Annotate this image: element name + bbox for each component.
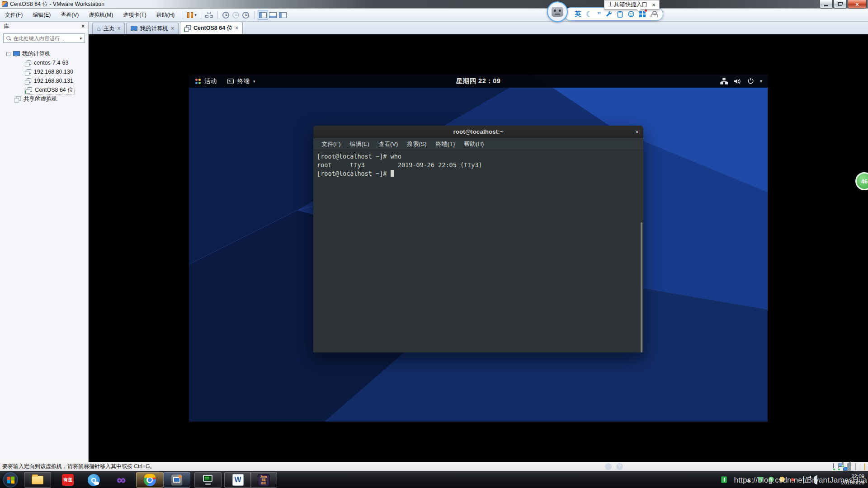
moon-icon[interactable]: ☾ (586, 10, 592, 19)
ime-tooltip: 工具箱快捷入口 × (604, 0, 660, 9)
taskbar-word[interactable]: W (224, 472, 251, 488)
security-shield-icon[interactable] (758, 477, 763, 483)
terminal-menu-terminal[interactable]: 终端(T) (431, 140, 460, 148)
clipboard-icon[interactable] (617, 11, 623, 18)
flag-icon[interactable]: ⚑ (790, 477, 796, 484)
terminal-line-output: root tty3 2019-09-26 22:05 (tty3) (317, 161, 643, 169)
tab-close-icon[interactable]: × (171, 25, 174, 32)
minimize-button[interactable] (820, 0, 833, 9)
terminal-close-button[interactable]: × (635, 126, 639, 138)
tree-label: 192.168.80.131 (34, 78, 73, 84)
network-tray-icon[interactable] (803, 476, 804, 483)
ime-language-toggle[interactable]: 英 (575, 10, 581, 18)
ime-robot-avatar[interactable] (547, 1, 568, 22)
console-view-button[interactable] (278, 10, 288, 20)
terminal-line-command: [root@localhost ~]# who (317, 152, 643, 161)
word-icon: W (232, 474, 244, 486)
terminal-menu-view[interactable]: 查看(V) (374, 140, 402, 148)
tooltip-close-icon[interactable]: × (652, 2, 656, 8)
menu-view[interactable]: 查看(V) (56, 9, 84, 21)
terminal-menu-help[interactable]: 帮助(H) (459, 140, 488, 148)
revert-snapshot-button[interactable] (231, 10, 241, 20)
wrench-icon[interactable] (606, 11, 612, 17)
take-snapshot-button[interactable] (221, 10, 231, 20)
terminal-body[interactable]: [root@localhost ~]# who root tty3 2019-0… (313, 150, 643, 352)
show-hidden-icons[interactable]: ▲ (746, 477, 751, 483)
tab-centos8[interactable]: CentOS8 64 位 × (180, 22, 243, 34)
snapshot-manager-button[interactable] (241, 10, 251, 20)
close-button[interactable]: × (848, 0, 867, 9)
menu-edit[interactable]: 编辑(E) (28, 9, 56, 21)
terminal-menu-file[interactable]: 文件(F) (317, 140, 345, 148)
search-icon (6, 36, 11, 41)
tree-item-192-168-80-130[interactable]: 192.168.80.130 (0, 67, 88, 76)
printer-device-icon[interactable] (855, 464, 856, 470)
library-sidebar: 库 × ▾ − 我的计算机 centos-7.4-63 192.168.80.1… (0, 22, 89, 462)
windows-taskbar: 有道 Q ∞ W Java EE IDE ▲ ⚑ 22:09 2019/9/26… (0, 471, 868, 488)
play-badge-icon (25, 90, 28, 94)
gnome-clock[interactable]: 星期四 22：09 (189, 77, 768, 85)
tab-bar: ⌂ 主页 × 我的计算机 × CentOS8 64 位 × (89, 22, 868, 34)
menu-file[interactable]: 文件(F) (0, 9, 28, 21)
status-hint: 要将输入定向到该虚拟机，请将鼠标指针移入其中或按 Ctrl+G。 (2, 463, 155, 470)
collapse-icon[interactable]: − (6, 52, 10, 56)
taskbar-javaee-ide[interactable]: Java EE IDE (250, 472, 277, 488)
library-close-icon[interactable]: × (81, 23, 85, 29)
vm-tree: − 我的计算机 centos-7.4-63 192.168.80.130 192… (0, 49, 88, 103)
taskbar-xshell[interactable] (194, 472, 222, 488)
terminal-titlebar[interactable]: root@localhost:~ × (313, 126, 643, 138)
tab-close-icon[interactable]: × (235, 25, 238, 31)
punctuation-icon[interactable]: ’’ (597, 10, 601, 18)
qq-browser-icon: Q (88, 474, 100, 486)
taskbar-chrome[interactable] (136, 472, 163, 488)
close-icon: × (635, 128, 639, 136)
send-ctrl-alt-del-button[interactable] (204, 10, 214, 20)
robot-icon (552, 7, 563, 17)
account-person-icon[interactable] (651, 11, 656, 17)
sound-device-icon[interactable] (847, 464, 851, 470)
tree-item-centos7[interactable]: centos-7.4-63 (0, 58, 88, 67)
tooltip-text: 工具箱快捷入口 (608, 1, 648, 9)
menu-help[interactable]: 帮助(H) (151, 9, 180, 21)
tree-item-192-168-80-131[interactable]: 192.168.80.131 (0, 76, 88, 85)
taskbar-qq-browser[interactable]: Q (80, 472, 107, 488)
tree-item-shared-vms[interactable]: 共享的虚拟机 (0, 94, 88, 103)
search-input[interactable] (13, 36, 78, 41)
toolbox-grid-icon[interactable] (639, 11, 646, 17)
terminal-menu-edit[interactable]: 编辑(E) (345, 140, 374, 148)
show-library-button[interactable] (258, 10, 268, 20)
message-log-icon[interactable] (864, 464, 865, 470)
notification-dot (644, 9, 647, 12)
speaker-tray-icon[interactable] (814, 475, 817, 485)
show-thumbnail-bar-button[interactable] (268, 10, 278, 20)
restore-button[interactable] (834, 0, 847, 9)
library-panel-icon (259, 12, 267, 18)
chevron-down-icon: ▾ (194, 13, 197, 17)
tab-home[interactable]: ⌂ 主页 × (92, 23, 125, 34)
tree-item-my-computer[interactable]: − 我的计算机 (0, 49, 88, 58)
smiley-icon[interactable] (628, 11, 634, 17)
menu-tabs[interactable]: 选项卡(T) (118, 9, 151, 21)
green-status-icon[interactable] (769, 477, 774, 482)
search-dropdown-icon[interactable]: ▾ (78, 36, 83, 41)
taskbar-explorer[interactable] (24, 472, 51, 488)
taskbar-visual-studio[interactable]: ∞ (108, 472, 135, 488)
start-button[interactable] (3, 472, 18, 488)
gnome-system-tray[interactable]: ▾ (720, 75, 762, 88)
menu-vm[interactable]: 虚拟机(M) (84, 9, 118, 21)
revert-snapshot-icon (232, 12, 239, 19)
taskbar-clock[interactable]: 22:09 2019/9/26 (841, 474, 864, 486)
taskbar-youdao[interactable]: 有道 (54, 472, 81, 488)
chevron-down-icon: ▾ (760, 79, 762, 84)
taskbar-vmware[interactable] (163, 472, 190, 488)
hdd-device-icon[interactable] (833, 464, 834, 470)
terminal-menu-search[interactable]: 搜索(S) (402, 140, 431, 148)
tab-my-computer[interactable]: 我的计算机 × (126, 23, 179, 34)
gold-status-icon[interactable] (779, 477, 785, 482)
usb-tray-icon[interactable] (721, 476, 727, 483)
tab-close-icon[interactable]: × (117, 25, 120, 32)
chrome-icon (144, 474, 156, 486)
suspend-vm-button[interactable]: ▾ (186, 10, 198, 20)
terminal-scrollbar-thumb[interactable] (641, 222, 642, 352)
tree-item-centos8-selected[interactable]: CentOS8 64 位 (0, 85, 88, 94)
